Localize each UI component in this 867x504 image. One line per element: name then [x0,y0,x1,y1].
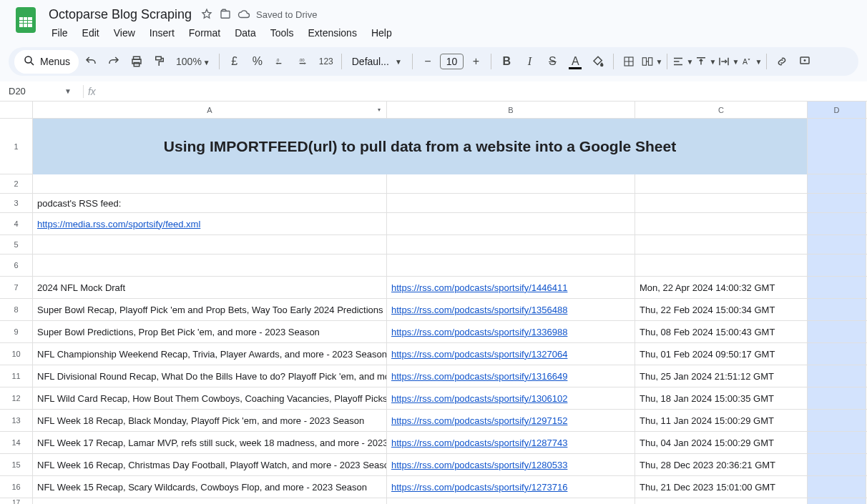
column-header-b[interactable]: B [387,102,635,118]
cell-url[interactable]: https://rss.com/podcasts/sportsify/12737… [387,476,635,498]
cell[interactable] [808,277,866,298]
name-box[interactable]: D20 [6,84,57,98]
row-header[interactable]: 6 [0,255,33,276]
menu-view[interactable]: View [108,24,141,41]
cell-title[interactable]: NFL Week 17 Recap, Lamar MVP, refs still… [33,432,387,453]
menu-edit[interactable]: Edit [77,24,105,41]
cell[interactable]: https://media.rss.com/sportsify/feed.xml [33,213,387,234]
row-header[interactable]: 1 [0,119,33,174]
cell-title[interactable]: NFL Week 16 Recap, Christmas Day Footbal… [33,454,387,475]
cell[interactable] [808,235,866,254]
row-header[interactable]: 3 [0,194,33,212]
currency-button[interactable]: £ [224,51,245,72]
move-icon[interactable] [219,8,232,21]
cell-date[interactable]: Thu, 21 Dec 2023 15:01:00 GMT [635,476,808,498]
undo-button[interactable] [80,51,102,72]
podcast-link[interactable]: https://rss.com/podcasts/sportsify/12877… [391,438,567,448]
cell-title[interactable]: NFL Wild Card Recap, How Bout Them Cowbo… [33,387,387,409]
cell[interactable] [635,174,808,193]
print-button[interactable] [126,51,147,72]
cell[interactable] [808,213,866,234]
cell[interactable] [33,174,387,193]
cell-date[interactable]: Thu, 28 Dec 2023 20:36:21 GMT [635,454,808,475]
rotate-button[interactable]: A▼ [740,51,762,72]
podcast-link[interactable]: https://rss.com/podcasts/sportsify/12737… [391,482,567,493]
podcast-link[interactable]: https://rss.com/podcasts/sportsify/13270… [391,349,567,360]
row-header[interactable]: 8 [0,299,33,320]
cell-date[interactable]: Thu, 01 Feb 2024 09:50:17 GMT [635,343,808,365]
decrease-font-button[interactable]: − [417,51,439,72]
cell-url[interactable]: https://rss.com/podcasts/sportsify/13270… [387,343,635,365]
cell[interactable] [387,194,635,212]
row-header[interactable]: 4 [0,213,33,234]
h-align-button[interactable]: ▼ [672,51,693,72]
fill-color-button[interactable] [587,51,609,72]
podcast-link[interactable]: https://rss.com/podcasts/sportsify/13061… [391,393,567,404]
cell[interactable] [808,119,866,174]
paint-format-button[interactable] [149,51,170,72]
cell-title[interactable]: NFL Week 15 Recap, Scary Wildcards, Cowb… [33,476,387,498]
cell-title[interactable]: NFL Week 18 Recap, Black Monday, Playoff… [33,410,387,431]
borders-button[interactable] [618,51,640,72]
menu-extensions[interactable]: Extensions [302,24,362,41]
cell-title[interactable]: 2024 NFL Mock Draft [33,277,387,298]
merge-button[interactable]: ▼ [641,51,662,72]
row-header[interactable]: 10 [0,343,33,365]
cell[interactable] [635,498,808,504]
wrap-button[interactable]: ▼ [717,51,739,72]
cell-url[interactable]: https://rss.com/podcasts/sportsify/13369… [387,321,635,342]
cell[interactable] [387,498,635,504]
cell[interactable] [808,476,866,498]
filter-icon[interactable]: ▾ [378,107,381,113]
rss-link[interactable]: https://media.rss.com/sportsify/feed.xml [37,219,200,229]
menu-format[interactable]: Format [183,24,226,41]
menu-insert[interactable]: Insert [144,24,180,41]
zoom-select[interactable]: 100%▼ [172,56,215,67]
text-color-button[interactable]: A [564,51,586,72]
cell-url[interactable]: https://rss.com/podcasts/sportsify/13564… [387,299,635,320]
increase-font-button[interactable]: + [465,51,486,72]
row-header[interactable]: 16 [0,476,33,498]
comment-button[interactable] [794,51,815,72]
cell-url[interactable]: https://rss.com/podcasts/sportsify/14464… [387,277,635,298]
number-format-button[interactable]: 123 [315,51,337,72]
formula-input[interactable] [100,86,861,97]
cell[interactable] [808,299,866,320]
row-header[interactable]: 2 [0,174,33,193]
podcast-link[interactable]: https://rss.com/podcasts/sportsify/12971… [391,415,567,426]
podcast-link[interactable]: https://rss.com/podcasts/sportsify/13564… [391,305,567,315]
cell[interactable] [808,410,866,431]
cell-date[interactable]: Thu, 22 Feb 2024 15:00:34 GMT [635,299,808,320]
podcast-link[interactable]: https://rss.com/podcasts/sportsify/14464… [391,282,567,293]
cloud-saved-icon[interactable] [237,8,250,21]
menu-data[interactable]: Data [229,24,262,41]
cell[interactable] [33,255,387,276]
cell[interactable] [33,235,387,254]
sheets-logo[interactable] [11,6,40,34]
select-all-corner[interactable] [0,102,33,118]
row-header[interactable]: 12 [0,387,33,409]
row-header[interactable]: 17 [0,498,33,504]
cell-url[interactable]: https://rss.com/podcasts/sportsify/13061… [387,387,635,409]
cell[interactable]: podcast's RSS feed: [33,194,387,212]
cell-title[interactable]: NFL Championship Weekend Recap, Trivia, … [33,343,387,365]
cell[interactable] [808,255,866,276]
podcast-link[interactable]: https://rss.com/podcasts/sportsify/13166… [391,371,567,382]
menu-tools[interactable]: Tools [265,24,300,41]
v-align-button[interactable]: ▼ [695,51,716,72]
cell-url[interactable]: https://rss.com/podcasts/sportsify/12805… [387,454,635,475]
italic-button[interactable]: I [519,51,540,72]
column-header-c[interactable]: C [635,102,808,118]
column-header-a[interactable]: A▾ [33,102,387,118]
row-header[interactable]: 7 [0,277,33,298]
cell[interactable] [808,321,866,342]
column-header-d[interactable]: D [808,102,866,118]
cell[interactable] [635,194,808,212]
cell[interactable] [635,235,808,254]
cell-title[interactable]: NFL Divisional Round Recap, What Do the … [33,365,387,387]
cell[interactable] [387,174,635,193]
cell[interactable] [33,498,387,504]
cell-url[interactable]: https://rss.com/podcasts/sportsify/12971… [387,410,635,431]
cell[interactable] [808,174,866,193]
cell[interactable] [635,255,808,276]
